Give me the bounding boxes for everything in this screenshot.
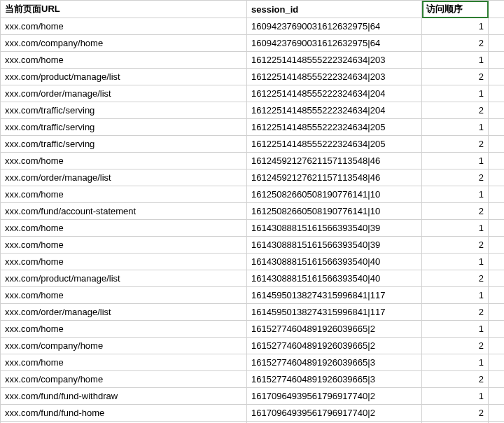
cell-url[interactable]: xxx.com/order/manage/list xyxy=(1,85,247,102)
col-header-url[interactable]: 当前页面URL xyxy=(1,1,247,18)
cell-visit-order[interactable]: 1 xyxy=(422,85,489,102)
cell-session-id[interactable]: 16145950138274315996841|117 xyxy=(247,287,422,304)
cell-session-id[interactable]: 16124592127621157113548|46 xyxy=(247,153,422,169)
cell-session-id[interactable]: 16143088815161566393540|39 xyxy=(247,220,422,237)
table-row[interactable]: xxx.com/home16122514148555222324634|2031 xyxy=(1,52,505,69)
cell-empty[interactable] xyxy=(489,321,505,338)
cell-session-id[interactable]: 16125082660508190776141|10 xyxy=(247,203,422,220)
cell-visit-order[interactable]: 2 xyxy=(422,169,489,186)
cell-visit-order[interactable]: 1 xyxy=(422,254,489,270)
cell-session-id[interactable]: 16122514148555222324634|204 xyxy=(247,85,422,102)
cell-empty[interactable] xyxy=(489,338,505,354)
table-row[interactable]: xxx.com/fund/fund-withdraw16170964939561… xyxy=(1,388,505,405)
table-row[interactable]: xxx.com/company/home16152774604891926039… xyxy=(1,338,505,354)
cell-session-id[interactable]: 16122514148555222324634|205 xyxy=(247,136,422,153)
cell-empty[interactable] xyxy=(489,270,505,287)
cell-visit-order[interactable]: 2 xyxy=(422,270,489,287)
cell-visit-order[interactable]: 2 xyxy=(422,304,489,321)
cell-visit-order[interactable]: 1 xyxy=(422,388,489,405)
col-header-visit-order[interactable]: 访问顺序 xyxy=(422,1,489,18)
cell-url[interactable]: xxx.com/order/manage/list xyxy=(1,169,247,186)
cell-session-id[interactable]: 16094237690031612632975|64 xyxy=(247,35,422,52)
cell-session-id[interactable]: 16152774604891926039665|3 xyxy=(247,371,422,388)
cell-url[interactable]: xxx.com/traffic/serving xyxy=(1,136,247,153)
table-row[interactable]: xxx.com/home16143088815161566393540|392 xyxy=(1,237,505,254)
cell-url[interactable]: xxx.com/product/manage/list xyxy=(1,69,247,85)
cell-url[interactable]: xxx.com/company/home xyxy=(1,35,247,52)
cell-visit-order[interactable]: 2 xyxy=(422,338,489,354)
table-row[interactable]: xxx.com/traffic/serving16122514148555222… xyxy=(1,102,505,119)
cell-url[interactable]: xxx.com/home xyxy=(1,220,247,237)
cell-empty[interactable] xyxy=(489,102,505,119)
table-row[interactable]: xxx.com/company/home16094237690031612632… xyxy=(1,35,505,52)
cell-visit-order[interactable]: 1 xyxy=(422,354,489,371)
cell-empty[interactable] xyxy=(489,287,505,304)
cell-empty[interactable] xyxy=(489,18,505,35)
cell-visit-order[interactable]: 2 xyxy=(422,136,489,153)
table-row[interactable]: xxx.com/home16125082660508190776141|101 xyxy=(1,186,505,203)
cell-visit-order[interactable]: 1 xyxy=(422,18,489,35)
table-row[interactable]: xxx.com/home16152774604891926039665|31 xyxy=(1,354,505,371)
cell-url[interactable]: xxx.com/company/home xyxy=(1,371,247,388)
cell-empty[interactable] xyxy=(489,69,505,85)
cell-url[interactable]: xxx.com/home xyxy=(1,237,247,254)
cell-visit-order[interactable]: 1 xyxy=(422,287,489,304)
table-row[interactable]: xxx.com/traffic/serving16122514148555222… xyxy=(1,119,505,136)
cell-url[interactable]: xxx.com/home xyxy=(1,186,247,203)
cell-session-id[interactable]: 16152774604891926039665|2 xyxy=(247,321,422,338)
cell-url[interactable]: xxx.com/company/home xyxy=(1,338,247,354)
cell-visit-order[interactable]: 1 xyxy=(422,220,489,237)
cell-empty[interactable] xyxy=(489,119,505,136)
cell-url[interactable]: xxx.com/home xyxy=(1,254,247,270)
table-row[interactable]: xxx.com/company/home16152774604891926039… xyxy=(1,371,505,388)
cell-url[interactable]: xxx.com/order/manage/list xyxy=(1,304,247,321)
cell-session-id[interactable]: 16152774604891926039665|3 xyxy=(247,354,422,371)
cell-session-id[interactable]: 16094237690031612632975|64 xyxy=(247,18,422,35)
cell-url[interactable]: xxx.com/fund/fund-home xyxy=(1,405,247,422)
cell-session-id[interactable]: 16122514148555222324634|205 xyxy=(247,119,422,136)
cell-session-id[interactable]: 16143088815161566393540|40 xyxy=(247,270,422,287)
cell-url[interactable]: xxx.com/fund/fund-withdraw xyxy=(1,388,247,405)
cell-visit-order[interactable]: 1 xyxy=(422,186,489,203)
table-row[interactable]: xxx.com/order/manage/list161225141485552… xyxy=(1,85,505,102)
cell-session-id[interactable]: 16122514148555222324634|203 xyxy=(247,69,422,85)
cell-url[interactable]: xxx.com/traffic/serving xyxy=(1,102,247,119)
cell-empty[interactable] xyxy=(489,52,505,69)
cell-empty[interactable] xyxy=(489,220,505,237)
cell-url[interactable]: xxx.com/home xyxy=(1,18,247,35)
cell-visit-order[interactable]: 2 xyxy=(422,371,489,388)
cell-visit-order[interactable]: 2 xyxy=(422,237,489,254)
cell-url[interactable]: xxx.com/home xyxy=(1,321,247,338)
cell-session-id[interactable]: 16145950138274315996841|117 xyxy=(247,304,422,321)
col-header-empty[interactable] xyxy=(489,1,505,18)
table-row[interactable]: xxx.com/order/manage/list161245921276211… xyxy=(1,169,505,186)
cell-session-id[interactable]: 16143088815161566393540|39 xyxy=(247,237,422,254)
cell-empty[interactable] xyxy=(489,254,505,270)
cell-session-id[interactable]: 16170964939561796917740|2 xyxy=(247,388,422,405)
cell-url[interactable]: xxx.com/traffic/serving xyxy=(1,119,247,136)
cell-empty[interactable] xyxy=(489,136,505,153)
cell-session-id[interactable]: 16124592127621157113548|46 xyxy=(247,169,422,186)
cell-session-id[interactable]: 16125082660508190776141|10 xyxy=(247,186,422,203)
table-row[interactable]: xxx.com/product/manage/list1614308881516… xyxy=(1,270,505,287)
table-row[interactable]: xxx.com/traffic/serving16122514148555222… xyxy=(1,136,505,153)
table-row[interactable]: xxx.com/fund/fund-home161709649395617969… xyxy=(1,405,505,422)
table-row[interactable]: xxx.com/home16124592127621157113548|461 xyxy=(1,153,505,169)
cell-url[interactable]: xxx.com/home xyxy=(1,354,247,371)
table-row[interactable]: xxx.com/home16145950138274315996841|1171 xyxy=(1,287,505,304)
table-row[interactable]: xxx.com/order/manage/list161459501382743… xyxy=(1,304,505,321)
cell-visit-order[interactable]: 2 xyxy=(422,35,489,52)
cell-empty[interactable] xyxy=(489,354,505,371)
cell-visit-order[interactable]: 1 xyxy=(422,321,489,338)
table-row[interactable]: xxx.com/home16094237690031612632975|641 xyxy=(1,18,505,35)
cell-url[interactable]: xxx.com/home xyxy=(1,287,247,304)
cell-session-id[interactable]: 16122514148555222324634|204 xyxy=(247,102,422,119)
cell-empty[interactable] xyxy=(489,304,505,321)
table-row[interactable]: xxx.com/home16143088815161566393540|401 xyxy=(1,254,505,270)
cell-empty[interactable] xyxy=(489,35,505,52)
cell-visit-order[interactable]: 2 xyxy=(422,102,489,119)
cell-visit-order[interactable]: 1 xyxy=(422,52,489,69)
cell-url[interactable]: xxx.com/home xyxy=(1,153,247,169)
cell-url[interactable]: xxx.com/home xyxy=(1,52,247,69)
cell-visit-order[interactable]: 2 xyxy=(422,69,489,85)
